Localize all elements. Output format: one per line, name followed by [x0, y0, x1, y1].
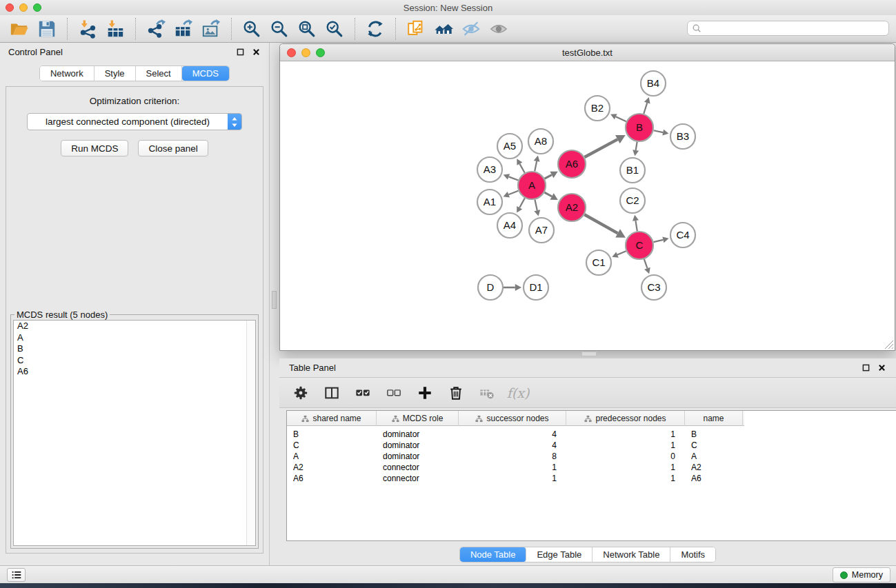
graph-node-B[interactable]: B — [626, 114, 653, 141]
delete-row-icon[interactable] — [447, 384, 465, 402]
vertical-splitter-handle[interactable] — [272, 291, 277, 309]
table-cell[interactable]: A6 — [287, 474, 377, 483]
graph-node-A6[interactable]: A6 — [558, 150, 586, 178]
tab-style[interactable]: Style — [94, 66, 136, 81]
table-cell[interactable]: A2 — [287, 463, 377, 472]
tab-node-table[interactable]: Node Table — [460, 547, 527, 562]
graph-edge-A-A8[interactable] — [535, 161, 537, 172]
network-window-titlebar[interactable]: testGlobe.txt — [280, 44, 895, 61]
gear-icon[interactable] — [292, 384, 310, 402]
mcds-result-item[interactable]: B — [14, 343, 255, 355]
table-cell[interactable]: B — [287, 429, 377, 439]
graph-edge-A-A6[interactable] — [545, 175, 552, 179]
graph-node-B1[interactable]: B1 — [620, 158, 645, 183]
table-cell[interactable]: 0 — [566, 452, 685, 461]
select-all-icon[interactable] — [354, 384, 372, 402]
save-session-icon[interactable] — [35, 17, 59, 41]
graph-node-A[interactable]: A — [518, 172, 546, 199]
graph-edge-B-B4[interactable] — [644, 103, 647, 114]
memory-button[interactable]: Memory — [833, 567, 890, 582]
graph-node-A5[interactable]: A5 — [497, 134, 522, 159]
table-cell[interactable]: 8 — [459, 452, 566, 461]
table-cell[interactable]: 1 — [459, 463, 566, 472]
tab-mcds[interactable]: MCDS — [182, 66, 229, 81]
table-row[interactable]: Adominator80A — [287, 451, 896, 462]
tab-motifs[interactable]: Motifs — [670, 547, 715, 562]
run-mcds-button[interactable]: Run MCDS — [61, 140, 128, 156]
graph-node-A8[interactable]: A8 — [528, 129, 553, 154]
graph-node-A4[interactable]: A4 — [497, 213, 522, 238]
table-cell[interactable]: 1 — [566, 429, 685, 439]
table-cell[interactable]: connector — [377, 474, 459, 483]
import-table-icon[interactable] — [103, 17, 127, 41]
graph-node-D1[interactable]: D1 — [524, 275, 548, 300]
graph-node-B4[interactable]: B4 — [641, 71, 666, 96]
zoom-in-icon[interactable] — [240, 17, 263, 41]
graph-edge-C-C1[interactable] — [617, 251, 626, 254]
graph-node-A2[interactable]: A2 — [558, 194, 586, 221]
graph-edge-A-A5[interactable] — [519, 164, 524, 173]
table-cell[interactable]: 1 — [459, 474, 566, 483]
export-network-icon[interactable] — [144, 17, 168, 41]
graph-edge-A2-C[interactable] — [584, 214, 617, 233]
table-cell[interactable]: 4 — [459, 440, 566, 450]
search-input[interactable] — [704, 22, 884, 34]
table-cell[interactable]: dominator — [377, 452, 459, 461]
column-header-MCDS-role[interactable]: MCDS role — [377, 411, 459, 426]
delete-table-icon[interactable] — [478, 384, 496, 402]
table-cell[interactable]: 1 — [566, 463, 685, 472]
table-cell[interactable]: connector — [377, 463, 459, 472]
table-cell[interactable]: dominator — [377, 440, 459, 450]
graph-edge-B-B1[interactable] — [636, 142, 637, 150]
tab-select[interactable]: Select — [136, 66, 182, 81]
graph-edge-A-A3[interactable] — [509, 176, 519, 180]
graph-edge-C-C3[interactable] — [644, 259, 648, 268]
window-resize-handle[interactable] — [884, 340, 894, 349]
home-icon[interactable] — [432, 17, 455, 41]
graph-edge-C-C4[interactable] — [653, 240, 663, 242]
mcds-result-item[interactable]: C — [14, 355, 255, 367]
split-view-icon[interactable] — [323, 384, 341, 402]
horizontal-splitter-handle[interactable] — [581, 352, 597, 356]
network-canvas[interactable]: B4B2BB3A5A8A6A3B1AA1C2A2A4A7C4CC1C3DD1 — [280, 61, 895, 350]
table-row[interactable]: Bdominator41B — [287, 429, 896, 440]
table-row[interactable]: A2connector11A2 — [287, 462, 896, 473]
graph-edge-A6-B[interactable] — [584, 139, 617, 157]
search-box[interactable] — [687, 21, 889, 36]
graph-node-C[interactable]: C — [626, 232, 653, 259]
graph-edge-A-A2[interactable] — [544, 192, 552, 196]
graph-edge-B-B2[interactable] — [616, 116, 626, 121]
graph-edge-A-A7[interactable] — [535, 200, 537, 211]
zoom-selected-icon[interactable] — [323, 17, 346, 41]
export-table-icon[interactable] — [172, 17, 195, 41]
graph-edge-A-A1[interactable] — [508, 191, 518, 195]
graph-node-B2[interactable]: B2 — [585, 96, 610, 121]
add-row-icon[interactable] — [416, 384, 434, 402]
table-cell[interactable]: A — [287, 452, 377, 461]
table-cell[interactable]: A2 — [685, 463, 743, 472]
column-header-predecessor-nodes[interactable]: predecessor nodes — [566, 411, 685, 426]
close-table-panel-icon[interactable] — [877, 363, 886, 373]
column-header-successor-nodes[interactable]: successor nodes — [459, 411, 566, 426]
float-table-panel-icon[interactable] — [861, 363, 870, 373]
refresh-icon[interactable] — [364, 17, 387, 41]
deselect-all-icon[interactable] — [385, 384, 403, 402]
table-cell[interactable]: dominator — [377, 429, 459, 439]
zoom-fit-icon[interactable] — [295, 17, 319, 41]
mcds-result-item[interactable]: A — [14, 332, 255, 344]
criterion-dropdown[interactable]: largest connected component (directed) — [27, 113, 242, 130]
export-image-icon[interactable] — [199, 17, 223, 41]
mcds-result-item[interactable]: A6 — [14, 366, 255, 378]
graph-edge-C-C2[interactable] — [635, 221, 637, 231]
show-panel-icon[interactable] — [487, 17, 510, 41]
graph-edge-B-B3[interactable] — [654, 130, 664, 132]
network-overview-icon[interactable] — [404, 17, 428, 41]
import-network-icon[interactable] — [76, 17, 99, 41]
table-cell[interactable]: 4 — [459, 429, 566, 439]
graph-node-A1[interactable]: A1 — [477, 190, 502, 214]
graph-node-A7[interactable]: A7 — [529, 218, 554, 243]
table-cell[interactable]: B — [685, 429, 743, 439]
column-header-name[interactable]: name — [685, 411, 743, 426]
graph-node-C2[interactable]: C2 — [620, 188, 645, 213]
float-panel-icon[interactable] — [235, 47, 245, 57]
